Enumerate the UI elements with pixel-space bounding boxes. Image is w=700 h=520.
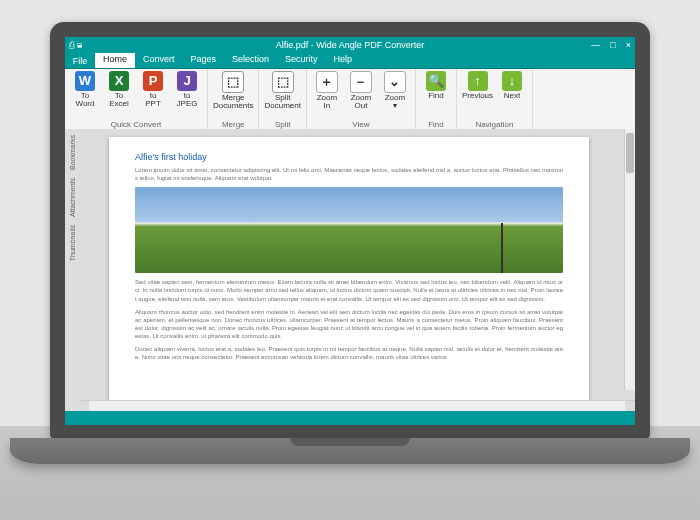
next-icon: ↓ <box>502 71 522 91</box>
find-button[interactable]: 🔍Find <box>419 70 453 101</box>
document-viewport: Alfie's first holiday Lorem ipsum dolor … <box>79 129 635 400</box>
side-panel-tabs: BookmarksAttachmentsThumbnails <box>65 129 79 411</box>
menu-tab-help[interactable]: Help <box>326 53 361 68</box>
app-window: ⎙ ⬓ Alfie.pdf - Wide Angle PDF Converter… <box>65 37 635 425</box>
side-tab-bookmarks[interactable]: Bookmarks <box>69 135 76 170</box>
menu-tab-convert[interactable]: Convert <box>135 53 183 68</box>
zoom-icon: ⌄ <box>384 71 406 93</box>
laptop-base <box>10 438 690 464</box>
minimize-button[interactable]: — <box>591 40 600 50</box>
group-label: Split <box>275 120 291 129</box>
pdf-page: Alfie's first holiday Lorem ipsum dolor … <box>109 137 589 400</box>
maximize-button[interactable]: □ <box>610 40 615 50</box>
doc-heading: Alfie's first holiday <box>135 151 563 163</box>
prev-button[interactable]: ↑Previous <box>460 70 495 101</box>
document-area: Alfie's first holiday Lorem ipsum dolor … <box>79 129 635 411</box>
group-label: View <box>352 120 369 129</box>
laptop-frame: ⎙ ⬓ Alfie.pdf - Wide Angle PDF Converter… <box>50 22 650 482</box>
to-excel-icon: X <box>109 71 129 91</box>
zoom-out-icon: － <box>350 71 372 93</box>
ribbon-group-navigation: ↑Previous↓NextNavigation <box>457 69 533 130</box>
find-icon: 🔍 <box>426 71 446 91</box>
doc-image <box>135 187 563 273</box>
titlebar-left-icons: ⎙ ⬓ <box>69 40 82 50</box>
close-button[interactable]: × <box>626 40 631 50</box>
to-excel-button[interactable]: XToExcel <box>102 70 136 110</box>
titlebar: ⎙ ⬓ Alfie.pdf - Wide Angle PDF Converter… <box>65 37 635 53</box>
group-label: Find <box>428 120 444 129</box>
doc-paragraph: Lorem ipsum dolor sit amet, consectetur … <box>135 166 563 182</box>
zoom-out-button[interactable]: －ZoomOut <box>344 70 378 112</box>
to-jpeg-icon: J <box>177 71 197 91</box>
file-menu[interactable]: File <box>65 53 95 68</box>
ribbon-group-view: ＋ZoomIn－ZoomOut⌄Zoom▾View <box>307 69 416 130</box>
menu-bar: File HomeConvertPagesSelectionSecurityHe… <box>65 53 635 69</box>
group-label: Navigation <box>476 120 514 129</box>
split-icon: ⬚ <box>272 71 294 93</box>
ribbon-group-find: 🔍FindFind <box>416 69 457 130</box>
to-ppt-icon: P <box>143 71 163 91</box>
split-button[interactable]: ⬚SplitDocument <box>262 70 302 112</box>
ribbon-group-quick-convert: WToWordXToExcelPtoPPTJtoJPEGQuick Conver… <box>65 69 208 130</box>
group-label: Merge <box>222 120 245 129</box>
ribbon-toolbar: WToWordXToExcelPtoPPTJtoJPEGQuick Conver… <box>65 69 635 131</box>
group-label: Quick Convert <box>111 120 162 129</box>
ribbon-group-merge: ⬚MergeDocumentsMerge <box>208 69 259 130</box>
merge-button[interactable]: ⬚MergeDocuments <box>211 70 255 112</box>
menu-tab-selection[interactable]: Selection <box>224 53 277 68</box>
to-word-icon: W <box>75 71 95 91</box>
horizontal-scrollbar[interactable] <box>79 400 635 411</box>
zoom-in-button[interactable]: ＋ZoomIn <box>310 70 344 112</box>
zoom-in-icon: ＋ <box>316 71 338 93</box>
to-ppt-button[interactable]: PtoPPT <box>136 70 170 110</box>
side-tab-thumbnails[interactable]: Thumbnails <box>69 225 76 261</box>
doc-paragraph: Donec aliquam viverra, luctus erat a, so… <box>135 345 563 361</box>
next-button[interactable]: ↓Next <box>495 70 529 101</box>
menu-tab-home[interactable]: Home <box>95 53 135 68</box>
menu-tab-pages[interactable]: Pages <box>183 53 225 68</box>
side-tab-attachments[interactable]: Attachments <box>69 178 76 217</box>
prev-icon: ↑ <box>468 71 488 91</box>
doc-paragraph: Sed vitae sapien sem, fermentum elementu… <box>135 278 563 302</box>
merge-icon: ⬚ <box>222 71 244 93</box>
to-word-button[interactable]: WToWord <box>68 70 102 110</box>
window-title: Alfie.pdf - Wide Angle PDF Converter <box>65 40 635 50</box>
to-jpeg-button[interactable]: JtoJPEG <box>170 70 204 110</box>
ribbon-group-split: ⬚SplitDocumentSplit <box>259 69 306 130</box>
menu-tab-security[interactable]: Security <box>277 53 326 68</box>
doc-paragraph: Aliquam rhoncus auctor odio, sed hendrer… <box>135 308 563 340</box>
screen-bezel: ⎙ ⬓ Alfie.pdf - Wide Angle PDF Converter… <box>50 22 650 440</box>
zoom-button[interactable]: ⌄Zoom▾ <box>378 70 412 112</box>
vertical-scrollbar[interactable] <box>624 129 635 390</box>
